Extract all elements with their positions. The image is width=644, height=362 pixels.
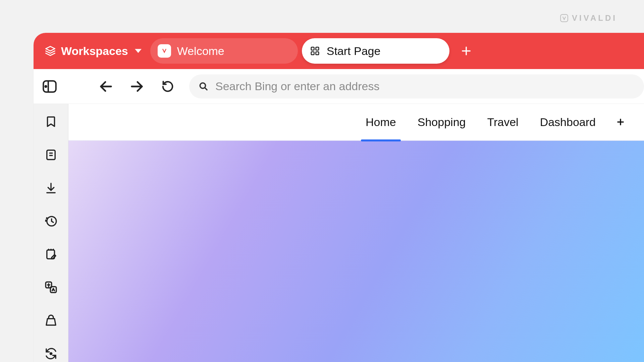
svg-rect-4 xyxy=(316,52,319,55)
sync-icon xyxy=(44,347,58,361)
svg-rect-2 xyxy=(316,47,319,50)
tab-strip: Workspaces Welcome Start Page xyxy=(34,33,644,69)
brand-text: VIVALDI xyxy=(572,13,617,23)
speed-dial-label: Travel xyxy=(487,116,518,128)
reload-button[interactable] xyxy=(158,77,177,96)
svg-rect-0 xyxy=(560,14,568,22)
arrow-right-icon xyxy=(129,79,145,94)
speed-dial-nav: Home Shopping Travel Dashboard xyxy=(68,104,644,141)
page-content: Home Shopping Travel Dashboard xyxy=(68,104,644,362)
search-icon xyxy=(199,81,209,92)
forward-button[interactable] xyxy=(127,77,146,96)
speed-dial-label: Dashboard xyxy=(540,116,596,128)
svg-point-13 xyxy=(50,353,52,354)
svg-point-6 xyxy=(45,85,46,87)
panel-sidebar xyxy=(34,104,68,362)
workspaces-label: Workspaces xyxy=(61,45,128,58)
downloads-panel-button[interactable] xyxy=(41,180,61,197)
tab-title: Welcome xyxy=(177,45,224,58)
history-icon xyxy=(44,214,58,228)
bookmark-icon xyxy=(44,115,58,129)
panel-toggle-button[interactable] xyxy=(40,77,59,96)
notes-icon xyxy=(44,247,58,261)
plus-icon xyxy=(616,117,625,127)
speed-dial-group-dashboard[interactable]: Dashboard xyxy=(539,116,597,129)
address-placeholder: Search Bing or enter an address xyxy=(215,80,380,93)
chevron-down-icon xyxy=(135,49,142,53)
reload-icon xyxy=(161,80,174,93)
tab-start-page[interactable]: Start Page xyxy=(302,38,449,64)
reading-list-icon xyxy=(44,148,58,162)
browser-window: Workspaces Welcome Start Page xyxy=(34,33,644,362)
panel-toggle-icon xyxy=(41,78,58,95)
address-bar[interactable]: Search Bing or enter an address xyxy=(189,74,644,99)
translate-panel-button[interactable] xyxy=(41,279,61,296)
bookmarks-panel-button[interactable] xyxy=(41,113,61,130)
vivaldi-favicon-icon xyxy=(158,44,171,58)
speed-dial-group-home[interactable]: Home xyxy=(364,116,397,129)
back-button[interactable] xyxy=(97,77,115,96)
sessions-icon xyxy=(44,313,58,327)
vivaldi-brand: VIVALDI xyxy=(560,13,617,23)
speed-dial-group-shopping[interactable]: Shopping xyxy=(416,116,467,129)
new-tab-button[interactable] xyxy=(457,42,476,60)
speed-dial-label: Shopping xyxy=(418,116,466,128)
notes-panel-button[interactable] xyxy=(41,246,61,263)
svg-rect-1 xyxy=(311,47,314,50)
history-panel-button[interactable] xyxy=(41,213,61,230)
tab-title: Start Page xyxy=(327,45,381,58)
tab-welcome[interactable]: Welcome xyxy=(150,38,298,64)
speed-dial-grid-icon xyxy=(309,45,321,57)
start-page-background xyxy=(68,141,644,362)
translate-icon xyxy=(44,280,58,294)
sync-panel-button[interactable] xyxy=(41,345,61,362)
workspaces-button[interactable]: Workspaces xyxy=(40,39,146,63)
sessions-panel-button[interactable] xyxy=(41,312,61,329)
browser-body: Home Shopping Travel Dashboard xyxy=(34,104,644,362)
plus-icon xyxy=(461,45,472,57)
vivaldi-logo-icon xyxy=(560,14,569,22)
workspaces-icon xyxy=(44,45,56,57)
arrow-left-icon xyxy=(98,79,114,94)
navigation-bar: Search Bing or enter an address xyxy=(34,69,644,104)
reading-list-panel-button[interactable] xyxy=(41,146,61,164)
speed-dial-add-button[interactable] xyxy=(616,117,625,127)
download-icon xyxy=(44,181,58,195)
svg-rect-3 xyxy=(311,52,314,55)
speed-dial-label: Home xyxy=(366,116,396,128)
speed-dial-group-travel[interactable]: Travel xyxy=(486,116,520,129)
